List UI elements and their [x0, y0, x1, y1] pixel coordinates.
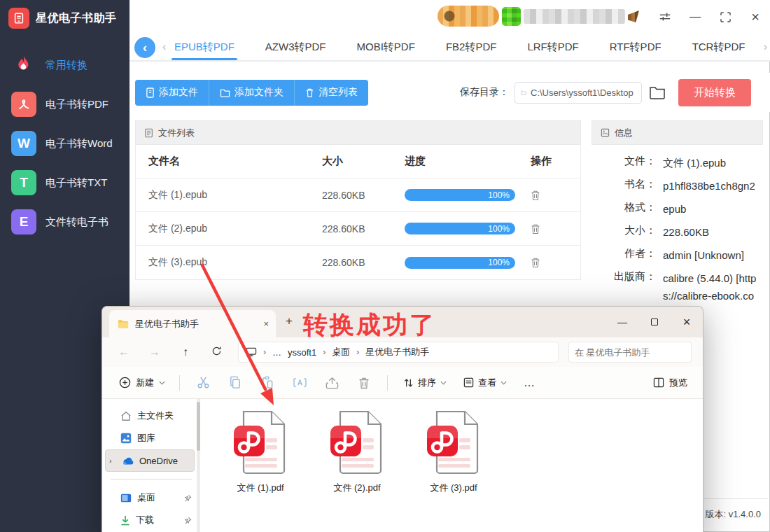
- tab-scroll-left-icon[interactable]: ‹: [162, 41, 166, 53]
- annotation-success-text: 转换成功了: [303, 309, 436, 342]
- blurred-account-text: [524, 9, 625, 24]
- file-size: 228.60KB: [322, 223, 405, 234]
- breadcrumb-item-yssoft1[interactable]: yssoft1: [288, 347, 316, 358]
- format-tabs: EPUB转PDF AZW3转PDF MOBI转PDF FB2转PDF LRF转P…: [174, 34, 770, 60]
- pdf-file-tile[interactable]: 文件 (1).pdf: [221, 409, 300, 532]
- refresh-icon[interactable]: [206, 346, 227, 359]
- chevron-down-icon: [440, 381, 447, 385]
- info-field-author: 作者： admin [Unknown]: [592, 247, 763, 270]
- breadcrumb-item-app-folder[interactable]: 星优电子书助手: [365, 346, 429, 358]
- info-field-format: 格式： epub: [592, 201, 763, 224]
- close-button[interactable]: ×: [749, 10, 762, 23]
- tab-lrf-to-pdf[interactable]: LRF转PDF: [527, 34, 578, 60]
- breadcrumb-item-desktop[interactable]: 桌面: [332, 346, 350, 358]
- sidebar-item-file-to-ebook[interactable]: E 文件转电子书: [0, 202, 130, 241]
- file-name: 文件 (1).epub: [148, 189, 322, 202]
- sidebar-divider: [111, 479, 192, 479]
- window-controls: — ×: [659, 0, 762, 34]
- delete-icon[interactable]: [348, 377, 380, 389]
- pdf-file-tile[interactable]: 文件 (3).pdf: [414, 409, 493, 532]
- tab-close-icon[interactable]: ×: [263, 318, 269, 329]
- pdf-file-name: 文件 (1).pdf: [237, 482, 284, 494]
- browse-folder-icon[interactable]: [649, 85, 666, 99]
- info-title: 信息: [615, 127, 633, 139]
- maximize-button[interactable]: [719, 10, 732, 23]
- home-icon: [120, 411, 132, 421]
- sidebar-item-ebook-to-txt[interactable]: T 电子书转TXT: [0, 163, 130, 202]
- tab-tcr-to-pdf[interactable]: TCR转PDF: [692, 34, 746, 60]
- clear-list-button[interactable]: 清空列表: [295, 80, 368, 106]
- preview-button[interactable]: 预览: [653, 377, 693, 389]
- explorer-minimize-button[interactable]: —: [606, 307, 638, 337]
- app-title: 星优电子书助手: [36, 11, 117, 26]
- share-icon[interactable]: [316, 377, 348, 389]
- file-name: 文件 (3).epub: [148, 256, 322, 269]
- new-tab-button[interactable]: +: [286, 314, 293, 328]
- blurred-license-badge[interactable]: [438, 6, 499, 27]
- chevron-down-icon: [500, 381, 507, 385]
- cut-icon[interactable]: [187, 376, 219, 389]
- word-icon: W: [11, 131, 36, 156]
- delete-row-button[interactable]: [531, 190, 568, 201]
- explorer-search-input[interactable]: [575, 347, 698, 358]
- tab-fb2-to-pdf[interactable]: FB2转PDF: [446, 34, 497, 60]
- sidebar-item-common-convert[interactable]: 常用转换: [0, 46, 130, 85]
- start-convert-button[interactable]: 开始转换: [678, 79, 751, 106]
- trash-icon: [531, 257, 540, 268]
- tab-rtf-to-pdf[interactable]: RTF转PDF: [610, 34, 662, 60]
- sidebar-item-gallery[interactable]: 图库: [102, 427, 200, 449]
- sidebar-scrollbar[interactable]: [197, 399, 200, 532]
- explorer-close-button[interactable]: ×: [671, 307, 703, 337]
- save-dir-input[interactable]: [531, 88, 636, 98]
- pdf-file-tile[interactable]: 文件 (2).pdf: [318, 409, 396, 532]
- sidebar-item-home[interactable]: 主文件夹: [102, 405, 200, 427]
- file-buttons: 添加文件 添加文件夹 清空列表: [135, 80, 368, 106]
- nav-back-icon[interactable]: ←: [113, 346, 134, 358]
- nav-up-icon[interactable]: ↑: [175, 346, 196, 358]
- minimize-button[interactable]: —: [689, 10, 701, 23]
- sidebar-item-downloads[interactable]: 下载: [102, 509, 200, 531]
- tab-azw3-to-pdf[interactable]: AZW3转PDF: [265, 34, 326, 60]
- sidebar-item-label: 电子书转TXT: [46, 176, 107, 190]
- delete-row-button[interactable]: [531, 257, 568, 268]
- info-field-bookname: 书名： p1hfl838be1ch8gn2: [592, 178, 763, 201]
- trash-icon: [531, 190, 540, 201]
- copy-icon[interactable]: [219, 376, 251, 389]
- breadcrumb-sep-icon: ›: [356, 347, 359, 357]
- explorer-command-bar: 新建 排序: [102, 367, 703, 399]
- sidebar-item-label: 文件转电子书: [46, 216, 108, 229]
- add-file-button[interactable]: 添加文件: [135, 80, 209, 106]
- sidebar-item-ebook-to-pdf[interactable]: 电子书转PDF: [0, 85, 130, 124]
- tab-mobi-to-pdf[interactable]: MOBI转PDF: [357, 34, 415, 60]
- explorer-sidebar: 主文件夹 图库 › OneDrive 桌面: [102, 399, 200, 532]
- paste-icon[interactable]: [251, 376, 284, 389]
- sidebar-item-onedrive[interactable]: › OneDrive: [105, 449, 195, 472]
- new-button[interactable]: 新建: [112, 377, 172, 389]
- breadcrumb-ellipsis[interactable]: …: [272, 347, 281, 358]
- add-folder-button[interactable]: 添加文件夹: [209, 80, 295, 106]
- sidebar-item-desktop[interactable]: 桌面: [102, 486, 200, 509]
- blurred-account-badge[interactable]: [502, 7, 639, 26]
- nav-forward-icon[interactable]: →: [144, 346, 165, 358]
- delete-row-button[interactable]: [531, 223, 568, 234]
- sidebar-item-ebook-to-word[interactable]: W 电子书转Word: [0, 124, 130, 163]
- blurred-badge-tip: [628, 10, 639, 22]
- tab-scroll-right-icon[interactable]: ›: [764, 41, 767, 53]
- progress-label: 100%: [488, 258, 510, 267]
- settings-sliders-icon[interactable]: [659, 10, 671, 23]
- explorer-maximize-button[interactable]: [638, 307, 671, 337]
- explorer-tab[interactable]: 星优电子书助手 ×: [109, 310, 276, 337]
- tab-epub-to-pdf[interactable]: EPUB转PDF: [174, 34, 234, 60]
- pdf-file-icon: [424, 409, 483, 479]
- view-button[interactable]: 查看: [455, 377, 515, 389]
- app-titlebar: — ×: [130, 0, 770, 34]
- folder-icon: [118, 319, 129, 329]
- pin-icon: [184, 494, 192, 502]
- expand-chevron-icon[interactable]: ›: [109, 456, 112, 465]
- info-header: 信息: [592, 120, 763, 145]
- progress-bar: 100%: [405, 223, 515, 234]
- sort-button[interactable]: 排序: [395, 377, 455, 389]
- rename-icon[interactable]: [284, 377, 316, 388]
- back-button[interactable]: ‹: [134, 37, 155, 58]
- more-commands-button[interactable]: …: [515, 377, 545, 389]
